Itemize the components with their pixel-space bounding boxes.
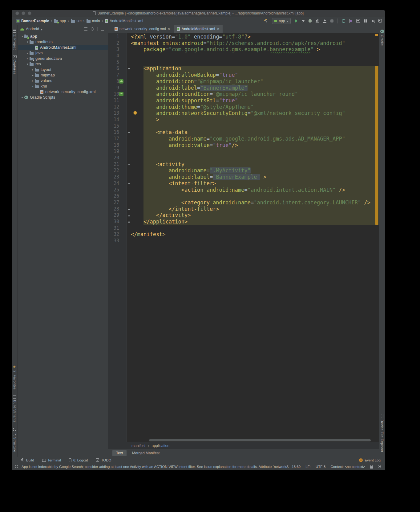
tab-network-security-config-xml[interactable]: network_security_config.xml [112, 25, 174, 33]
tree-item-label: layout [41, 67, 51, 72]
android-studio-window: BannerExample [~/src/github/android-exam… [12, 10, 385, 470]
chevron-right-icon[interactable] [31, 78, 35, 84]
close-window-button[interactable] [15, 11, 19, 15]
tool-button-1-project[interactable]: 1: Project [13, 30, 17, 50]
status-bar: App is not indexable by Google Search; c… [12, 463, 385, 470]
chevron-separator-icon [83, 18, 84, 23]
breadcrumb-manifest[interactable]: manifest [131, 444, 145, 448]
caret-position[interactable]: 13:69 [292, 465, 301, 469]
editor-tab-bar: network_security_config.xmlAndroidManife… [108, 25, 379, 33]
code-area[interactable]: <?xml version="1.0" encoding="utf-8"?><m… [127, 33, 379, 442]
fold-marker-icon[interactable] [128, 68, 130, 70]
breadcrumb-application[interactable]: application [152, 444, 169, 448]
chevron-right-icon[interactable] [31, 72, 35, 78]
code-line [131, 148, 379, 155]
toolwindow-switcher-icon[interactable] [15, 465, 16, 466]
chevron-right-icon[interactable] [31, 67, 35, 72]
breadcrumb-app[interactable]: app [54, 19, 66, 23]
hide-panel-icon[interactable] [101, 30, 104, 31]
zoom-window-button[interactable] [28, 11, 31, 15]
tool-button-todo[interactable]: TODO [96, 458, 111, 462]
launcher-preview-icon[interactable] [119, 79, 123, 84]
stop-icon[interactable] [330, 19, 333, 23]
tab-androidmanifest-xml[interactable]: AndroidManifest.xml [174, 25, 223, 33]
chevron-down-icon[interactable] [31, 84, 35, 89]
chevron-down-icon[interactable] [20, 34, 24, 39]
tree-item-network-security-config-xml[interactable]: network_security_config.xml [18, 89, 108, 95]
tool-button-device-file-explorer[interactable]: Device File Explorer [380, 414, 384, 452]
titlebar[interactable]: BannerExample [~/src/github/android-exam… [12, 10, 385, 17]
collapse-all-icon[interactable] [84, 29, 87, 29]
settings-gear-icon[interactable] [91, 27, 94, 31]
tool-button-7-structure[interactable]: 7: Structure [13, 428, 17, 452]
tool-button-build[interactable]: Build [20, 458, 34, 462]
close-tab-icon[interactable] [168, 27, 171, 31]
run-icon[interactable] [295, 19, 298, 23]
code-content[interactable]: <?xml version="1.0" encoding="utf-8"?><m… [127, 33, 379, 244]
chevron-right-icon[interactable] [20, 95, 24, 100]
tool-button-2-favorites[interactable]: 2: Favorites [13, 365, 17, 390]
breadcrumb-androidmanifest-xml[interactable]: AndroidManifest.xml [105, 19, 143, 23]
tree-item-app[interactable]: app [18, 34, 108, 39]
encoding-indicator[interactable]: UTF-8 [316, 465, 326, 469]
fold-marker-icon[interactable] [128, 208, 130, 210]
breadcrumb-main[interactable]: main [87, 19, 100, 23]
layout-inspector-icon[interactable] [364, 19, 365, 21]
tool-button-terminal[interactable]: Terminal [42, 458, 61, 462]
tree-item-gradle-scripts[interactable]: Gradle Scripts [18, 95, 108, 100]
code-line [131, 225, 379, 231]
profiler-icon[interactable] [316, 19, 319, 23]
fold-marker-icon[interactable] [128, 132, 130, 133]
event-log-button[interactable]: Event Log [359, 458, 381, 462]
avd-manager-icon[interactable] [349, 19, 352, 23]
lock-icon[interactable] [370, 466, 373, 469]
tool-button-6-logcat[interactable]: 6: Logcat [69, 458, 88, 462]
debug-icon[interactable] [309, 19, 312, 23]
chevron-right-icon[interactable] [26, 50, 30, 56]
customize-toolbar-icon[interactable] [378, 19, 382, 23]
fold-marker-icon[interactable] [128, 215, 130, 216]
tree-item-manifests[interactable]: manifests [18, 39, 108, 45]
attach-debugger-icon[interactable] [323, 19, 326, 23]
run-configuration-select[interactable]: app [272, 18, 291, 24]
tree-item-xml[interactable]: xml [18, 84, 108, 89]
apply-changes-icon[interactable] [302, 19, 305, 23]
tree-item-java[interactable]: java [18, 50, 108, 56]
breadcrumb-src[interactable]: src [71, 19, 81, 23]
folder-icon [35, 80, 39, 83]
line-number: 30 [108, 219, 127, 225]
code-line: android:supportsRtl="true" [131, 97, 379, 104]
minimize-window-button[interactable] [22, 11, 25, 15]
bottom-tab-text[interactable]: Text [112, 450, 127, 456]
chevron-right-icon[interactable] [26, 56, 30, 61]
project-view-selector[interactable]: Android [26, 27, 39, 31]
tree-item-values[interactable]: values [18, 78, 108, 84]
tree-item-layout[interactable]: layout [18, 67, 108, 72]
breadcrumb-bannerexample[interactable]: BannerExample [16, 19, 49, 23]
tree-item-mipmap[interactable]: mipmap [18, 72, 108, 78]
make-project-icon[interactable] [264, 19, 268, 23]
fold-marker-icon[interactable] [128, 164, 130, 165]
sync-gradle-icon[interactable] [342, 19, 345, 23]
bottom-tab-merged-manifest[interactable]: Merged Manifest [128, 450, 163, 456]
close-tab-icon[interactable] [217, 27, 220, 31]
sdk-manager-icon[interactable] [356, 19, 360, 23]
tree-item-androidmanifest-xml[interactable]: AndroidManifest.xml [18, 45, 108, 50]
search-everywhere-icon[interactable] [372, 20, 374, 22]
tool-button-captures[interactable]: Captures [13, 55, 17, 74]
line-number: 19 [108, 148, 127, 155]
fold-marker-icon[interactable] [128, 183, 130, 184]
inspections-icon[interactable] [378, 465, 381, 468]
horizontal-scrollbar[interactable] [149, 439, 371, 441]
code-editor[interactable]: 1234567891011121314151617181920212223242… [108, 33, 379, 442]
tool-button-build-variants[interactable]: Build Variants [13, 395, 17, 423]
tree-item-res[interactable]: res [18, 61, 108, 67]
tool-button-gradle[interactable]: Gradle [380, 30, 384, 46]
chevron-down-icon[interactable] [26, 39, 30, 45]
fold-marker-icon[interactable] [128, 221, 130, 223]
breadcrumb-label: AndroidManifest.xml [110, 19, 143, 23]
line-ending-indicator[interactable]: LF: [305, 465, 311, 469]
launcher-preview-icon[interactable] [119, 92, 123, 96]
tree-item-generatedjava[interactable]: generatedJava [18, 56, 108, 61]
chevron-down-icon[interactable] [26, 61, 30, 67]
